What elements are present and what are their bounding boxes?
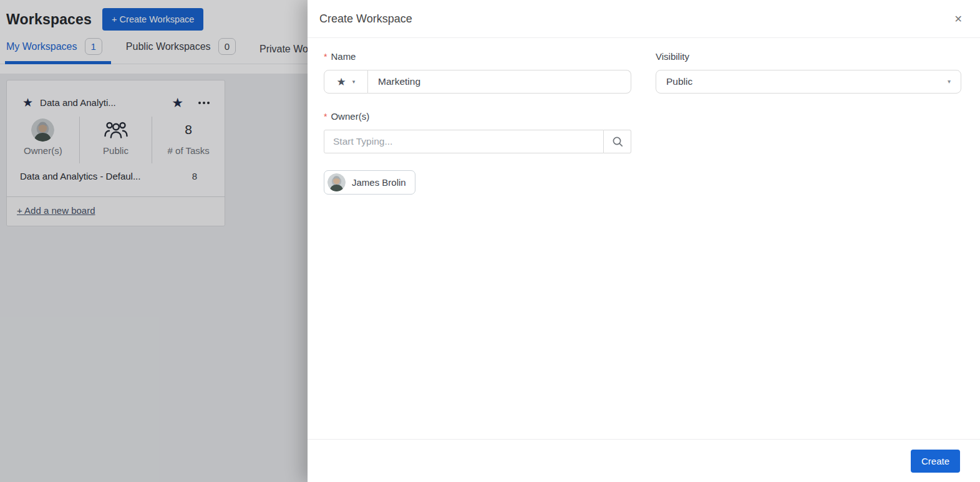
name-field-label: Name <box>331 51 356 62</box>
create-button[interactable]: Create <box>911 450 960 473</box>
search-icon <box>611 135 624 148</box>
chevron-down-icon: ▾ <box>352 79 356 85</box>
owners-section: * Owner(s) Jame <box>324 111 631 195</box>
drawer-body: * Name ★ ▾ * Owner(s) <box>308 38 980 195</box>
required-asterisk: * <box>324 112 327 122</box>
search-button[interactable] <box>604 130 631 153</box>
owner-search-input[interactable] <box>324 130 604 153</box>
workspace-name-input[interactable] <box>368 70 631 94</box>
owner-chip[interactable]: James Brolin <box>324 170 415 195</box>
required-asterisk: * <box>324 52 327 62</box>
drawer-title: Create Workspace <box>319 12 412 26</box>
drawer-header: Create Workspace ✕ <box>308 0 980 38</box>
create-workspace-drawer: Create Workspace ✕ * Name ★ ▾ * <box>308 0 980 482</box>
visibility-field-label: Visibility <box>656 51 689 62</box>
star-icon: ★ <box>337 77 346 87</box>
owners-field-label: Owner(s) <box>331 111 369 122</box>
visibility-selected-value: Public <box>666 76 692 87</box>
icon-picker-dropdown[interactable]: ★ ▾ <box>324 70 368 94</box>
chevron-down-icon: ▾ <box>948 79 951 85</box>
owner-chip-name: James Brolin <box>352 177 406 188</box>
visibility-select[interactable]: Public ▾ <box>656 70 961 94</box>
owner-chip-avatar <box>327 173 346 191</box>
close-icon[interactable]: ✕ <box>952 11 965 27</box>
drawer-footer: Create <box>308 439 980 482</box>
workspace-name-input-group: ★ ▾ <box>324 70 631 94</box>
